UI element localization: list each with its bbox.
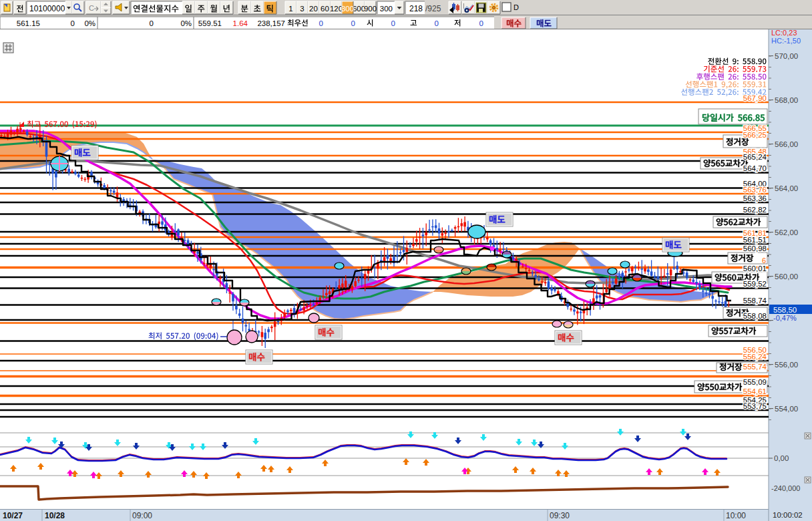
svg-text:1.64: 1.64 (233, 19, 248, 27)
svg-text:20: 20 (309, 5, 318, 13)
svg-text:567,90: 567,90 (743, 94, 767, 102)
svg-text:/925: /925 (425, 4, 441, 13)
svg-text:555,74: 555,74 (743, 363, 767, 371)
svg-text:553,75: 553,75 (743, 402, 767, 410)
svg-text:218: 218 (409, 4, 423, 13)
svg-text:558,50: 558,50 (773, 306, 797, 314)
svg-text:0: 0 (71, 19, 75, 27)
svg-text:563,76: 563,76 (743, 186, 767, 194)
svg-text:-0,47%: -0,47% (773, 314, 797, 322)
svg-text:60: 60 (321, 5, 329, 13)
svg-text:563,36: 563,36 (743, 194, 767, 202)
svg-text:568,00: 568,00 (775, 96, 798, 104)
svg-text:10100000: 10100000 (29, 4, 65, 13)
svg-text:LC:0,23: LC:0,23 (771, 29, 797, 37)
svg-text:564,00: 564,00 (775, 184, 798, 192)
svg-text:3: 3 (300, 5, 304, 13)
svg-text:0%: 0% (84, 19, 95, 27)
svg-text:565,24: 565,24 (743, 153, 767, 161)
svg-text:HC:-1,50: HC:-1,50 (771, 37, 801, 45)
svg-text:1: 1 (288, 5, 292, 13)
svg-text:10/27: 10/27 (3, 511, 23, 520)
svg-text:D: D (514, 3, 519, 11)
svg-text:C: C (89, 4, 94, 12)
svg-text:558,74: 558,74 (743, 297, 767, 305)
svg-text:559.51: 559.51 (198, 19, 222, 27)
svg-text:0: 0 (479, 19, 483, 27)
svg-text:564,70: 564,70 (743, 164, 767, 172)
svg-text:0: 0 (351, 19, 355, 27)
svg-text:566,25: 566,25 (743, 131, 767, 139)
svg-text:10/28: 10/28 (45, 511, 65, 520)
svg-text:300: 300 (380, 5, 393, 13)
svg-text:09:30: 09:30 (550, 511, 570, 520)
svg-text:561,51: 561,51 (743, 236, 767, 244)
svg-text:560,00: 560,00 (775, 273, 798, 281)
svg-text:555,09: 555,09 (743, 378, 767, 386)
svg-text:0: 0 (435, 19, 439, 27)
svg-text:570,00: 570,00 (775, 52, 798, 60)
svg-text:-240,000: -240,000 (771, 484, 800, 492)
svg-text:0: 0 (319, 19, 323, 27)
svg-text:558,08: 558,08 (743, 312, 767, 320)
svg-text:10:00: 10:00 (726, 511, 746, 520)
svg-text:559,52: 559,52 (743, 280, 767, 288)
svg-text:562,00: 562,00 (775, 228, 798, 236)
svg-text:554,00: 554,00 (775, 405, 798, 413)
svg-text:238,157: 238,157 (257, 19, 285, 27)
svg-text:0%: 0% (180, 19, 192, 27)
svg-text:0,00: 0,00 (774, 454, 789, 462)
svg-text:0: 0 (391, 19, 395, 27)
svg-text:900: 900 (364, 5, 377, 13)
svg-text:09:00: 09:00 (132, 511, 152, 520)
svg-text:6: 6 (762, 256, 766, 265)
svg-text:556,00: 556,00 (775, 361, 798, 369)
svg-text:0: 0 (150, 19, 154, 27)
svg-text:554,61: 554,61 (743, 387, 767, 395)
svg-text:561.15: 561.15 (17, 19, 40, 27)
svg-text:10:00:02: 10:00:02 (773, 511, 803, 519)
svg-text:560,98: 560,98 (743, 244, 767, 252)
svg-text:556,24: 556,24 (743, 353, 767, 361)
svg-text:560,01: 560,01 (743, 265, 767, 273)
svg-text:300: 300 (341, 5, 354, 13)
svg-text:566,00: 566,00 (775, 140, 798, 148)
svg-text:562,82: 562,82 (743, 206, 767, 214)
